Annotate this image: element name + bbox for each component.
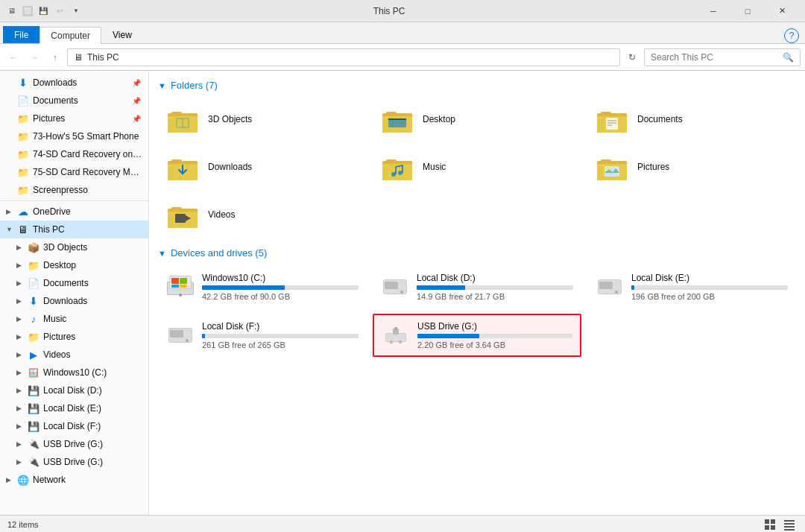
drive-item-d[interactable]: Local Disk (D:) 14.9 GB free of 21.7 GB bbox=[373, 266, 581, 308]
sidebar-item-usbg1[interactable]: ▶ 🔌 USB Drive (G:) bbox=[0, 435, 148, 453]
hdd-icon-e bbox=[596, 275, 624, 299]
sidebar-item-label: Downloads bbox=[43, 296, 87, 306]
sidebar-item-pictures-pinned[interactable]: 📁 Pictures 📌 bbox=[0, 110, 148, 127]
svg-rect-31 bbox=[171, 278, 179, 284]
expand-arrow: ▶ bbox=[16, 405, 27, 412]
ribbon-tabs: File Computer View ? bbox=[0, 22, 805, 43]
sidebar-item-label: Desktop bbox=[43, 260, 76, 270]
drive-item-g[interactable]: USB Drive (G:) 2.20 GB free of 3.64 GB bbox=[373, 314, 581, 357]
window-title: This PC bbox=[82, 6, 696, 16]
quick-access-icon[interactable]: ⬜ bbox=[22, 6, 33, 16]
folder-item-documents[interactable]: Documents bbox=[587, 98, 796, 140]
sidebar-item-pictures[interactable]: ▶ 📁 Pictures bbox=[0, 328, 148, 346]
sidebar-item-videos[interactable]: ▶ ▶ Videos bbox=[0, 346, 148, 364]
sidebar-item-label: Local Disk (F:) bbox=[43, 421, 101, 431]
sidebar-item-windows10c[interactable]: ▶ 🪟 Windows10 (C:) bbox=[0, 364, 148, 381]
sidebar-item-music[interactable]: ▶ ♪ Music bbox=[0, 310, 148, 328]
title-bar-icons: 🖥 ⬜ 💾 ↩ ▼ bbox=[6, 5, 82, 17]
folders-section-header[interactable]: ▼ Folders (7) bbox=[158, 80, 796, 91]
title-bar: 🖥 ⬜ 💾 ↩ ▼ This PC ─ □ ✕ bbox=[0, 0, 805, 22]
pc-icon: 🖥 bbox=[16, 223, 30, 236]
dropdown-icon[interactable]: ▼ bbox=[70, 5, 82, 17]
drive-name: Windows10 (C:) bbox=[202, 273, 359, 283]
progress-bg bbox=[631, 285, 788, 290]
folder-icon: 📁 bbox=[27, 259, 40, 272]
drive-info-g: USB Drive (G:) 2.20 GB free of 3.64 GB bbox=[417, 321, 572, 349]
sidebar-item-documents-pinned[interactable]: 📄 Documents 📌 bbox=[0, 92, 148, 110]
desktop-icon bbox=[379, 104, 415, 135]
expand-arrow: ▶ bbox=[6, 476, 16, 484]
sidebar-item-network[interactable]: ▶ 🌐 Network bbox=[0, 471, 148, 489]
drive-icon: 💾 bbox=[27, 384, 40, 397]
help-icon[interactable]: ? bbox=[784, 28, 799, 43]
sidebar-item-folder2[interactable]: 📁 74-SD Card Recovery on M bbox=[0, 145, 148, 163]
sidebar-item-label: 3D Objects bbox=[43, 242, 87, 253]
folder-item-videos[interactable]: Videos bbox=[158, 194, 367, 235]
svg-rect-54 bbox=[765, 519, 769, 524]
folder-name: 3D Objects bbox=[208, 114, 252, 124]
address-path[interactable]: 🖥 This PC bbox=[67, 48, 620, 66]
sidebar-item-usbg2[interactable]: ▶ 🔌 USB Drive (G:) bbox=[0, 453, 148, 471]
back-button[interactable]: ← bbox=[4, 48, 22, 66]
sidebar: ⬇ Downloads 📌 📄 Documents 📌 📁 Pictures 📌… bbox=[0, 71, 149, 515]
save-icon[interactable]: 💾 bbox=[37, 5, 49, 17]
folder-item-music[interactable]: Music bbox=[373, 146, 581, 188]
downloads-icon: ⬇ bbox=[27, 294, 40, 308]
undo-icon[interactable]: ↩ bbox=[54, 5, 66, 17]
sidebar-item-folder3[interactable]: 📁 75-SD Card Recovery Meth bbox=[0, 163, 148, 181]
progress-fill bbox=[631, 285, 634, 290]
sidebar-item-onedrive[interactable]: ▶ ☁ OneDrive bbox=[0, 203, 148, 221]
folder-item-pictures[interactable]: Pictures bbox=[587, 146, 796, 188]
view-large-icons-button[interactable] bbox=[762, 516, 778, 533]
close-button[interactable]: ✕ bbox=[765, 0, 799, 22]
sidebar-item-locald[interactable]: ▶ 💾 Local Disk (D:) bbox=[0, 381, 148, 399]
sidebar-item-localf[interactable]: ▶ 💾 Local Disk (F:) bbox=[0, 417, 148, 435]
folder-icon: 📁 bbox=[16, 183, 30, 197]
sidebar-item-locale[interactable]: ▶ 💾 Local Disk (E:) bbox=[0, 399, 148, 417]
sidebar-item-documents[interactable]: ▶ 📄 Documents bbox=[0, 274, 148, 292]
svg-rect-39 bbox=[385, 282, 398, 289]
tab-computer[interactable]: Computer bbox=[40, 27, 101, 44]
drive-item-c[interactable]: Windows10 (C:) 42.2 GB free of 90.0 GB bbox=[158, 266, 367, 308]
progress-bg bbox=[202, 334, 359, 338]
sidebar-item-label: 74-SD Card Recovery on M bbox=[33, 149, 142, 159]
sidebar-item-label: USB Drive (G:) bbox=[43, 457, 103, 467]
progress-bg bbox=[202, 285, 359, 290]
svg-point-35 bbox=[179, 294, 182, 297]
sidebar-item-desktop[interactable]: ▶ 📁 Desktop bbox=[0, 256, 148, 274]
forward-button[interactable]: → bbox=[25, 48, 43, 66]
search-input[interactable] bbox=[651, 52, 783, 63]
window-controls: ─ □ ✕ bbox=[696, 0, 799, 22]
drive-item-e[interactable]: Local Disk (E:) 196 GB free of 200 GB bbox=[587, 266, 796, 308]
drive-name: Local Disk (D:) bbox=[417, 273, 573, 283]
drive-icon: 💾 bbox=[27, 402, 40, 415]
folders-chevron: ▼ bbox=[158, 81, 166, 90]
sidebar-item-screenpresso[interactable]: 📁 Screenpresso bbox=[0, 181, 148, 199]
refresh-button[interactable]: ↻ bbox=[623, 48, 641, 66]
expand-arrow: ▶ bbox=[16, 279, 27, 287]
sidebar-item-3dobjects[interactable]: ▶ 📦 3D Objects bbox=[0, 238, 148, 256]
sidebar-item-downloads[interactable]: ▶ ⬇ Downloads bbox=[0, 292, 148, 310]
folder-item-3dobjects[interactable]: 3D Objects bbox=[158, 98, 367, 140]
tab-view[interactable]: View bbox=[101, 26, 143, 43]
folder-item-downloads[interactable]: Downloads bbox=[158, 146, 367, 188]
tab-file[interactable]: File bbox=[3, 26, 40, 43]
drive-info-f: Local Disk (F:) 261 GB free of 265 GB bbox=[202, 321, 359, 349]
sidebar-item-folder1[interactable]: 📁 73-How's 5G Smart Phone bbox=[0, 127, 148, 145]
folder-item-desktop[interactable]: Desktop bbox=[373, 98, 581, 140]
documents-icon: 📄 bbox=[16, 94, 30, 107]
minimize-button[interactable]: ─ bbox=[696, 0, 730, 22]
svg-rect-10 bbox=[606, 118, 618, 130]
downloads-folder-icon bbox=[165, 151, 201, 183]
devices-section-header[interactable]: ▼ Devices and drives (5) bbox=[158, 247, 796, 259]
svg-rect-51 bbox=[394, 327, 397, 330]
search-box[interactable]: 🔍 bbox=[644, 48, 801, 66]
pin-icon: 📌 bbox=[132, 79, 142, 87]
drive-item-f[interactable]: Local Disk (F:) 261 GB free of 265 GB bbox=[158, 314, 367, 357]
sidebar-item-downloads-pinned[interactable]: ⬇ Downloads 📌 bbox=[0, 74, 148, 92]
sidebar-item-thispc[interactable]: ▼ 🖥 This PC bbox=[0, 221, 148, 238]
maximize-button[interactable]: □ bbox=[730, 0, 765, 22]
view-details-button[interactable] bbox=[781, 516, 798, 533]
up-button[interactable]: ↑ bbox=[46, 48, 64, 66]
progress-bg bbox=[417, 334, 572, 338]
